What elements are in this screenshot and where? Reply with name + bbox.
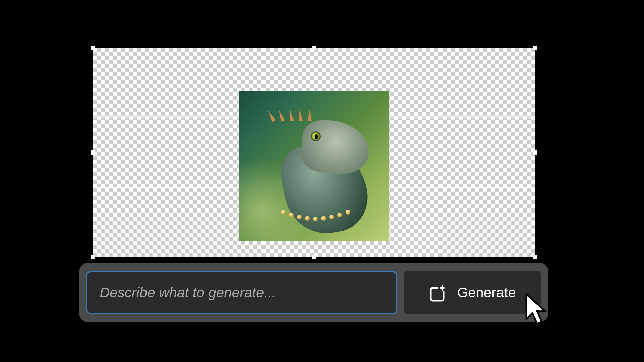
resize-handle-top-right[interactable] (533, 46, 537, 50)
generative-fill-toolbar: Generate (79, 263, 548, 322)
canvas-area[interactable] (93, 48, 535, 257)
resize-handle-bottom-left[interactable] (91, 255, 95, 259)
generated-image[interactable] (239, 91, 389, 241)
resize-handle-bottom-right[interactable] (533, 255, 537, 259)
resize-handle-top-left[interactable] (91, 46, 95, 50)
resize-handle-middle-left[interactable] (91, 150, 95, 155)
resize-handle-top-middle[interactable] (312, 46, 316, 50)
resize-handle-bottom-middle[interactable] (312, 255, 316, 259)
generate-button-label: Generate (457, 285, 516, 301)
prompt-input[interactable] (86, 271, 397, 314)
resize-handle-middle-right[interactable] (533, 150, 537, 155)
sparkle-icon (429, 283, 448, 302)
generate-button[interactable]: Generate (404, 271, 541, 314)
